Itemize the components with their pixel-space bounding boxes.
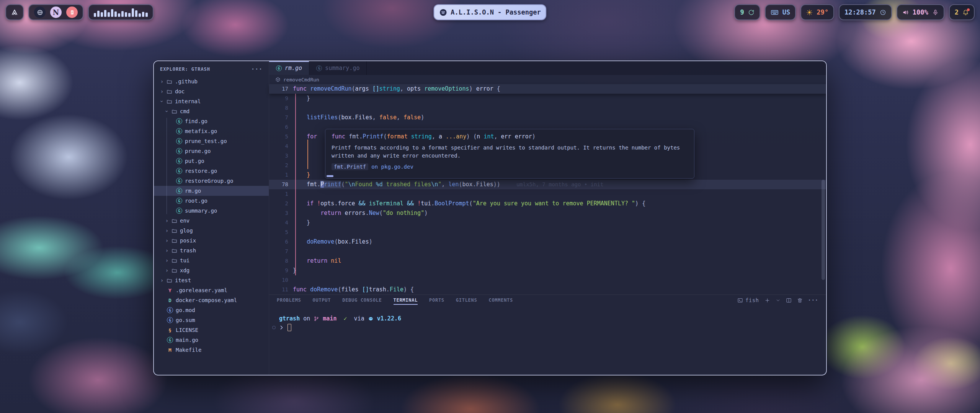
tab-rm.go[interactable]: Grm.go — [269, 61, 309, 75]
tree-item-go.mod[interactable]: Ggo.mod — [154, 305, 269, 315]
panel-tab-output[interactable]: OUTPUT — [313, 296, 331, 305]
visualizer-bar — [111, 9, 113, 17]
code-line[interactable]: 4 } — [269, 218, 826, 228]
code-token: ! — [417, 200, 421, 207]
tab-summary.go[interactable]: Gsummary.go — [309, 61, 367, 75]
code-line[interactable]: 11func doRemove(files []trash.File) { — [269, 285, 826, 294]
tree-item-.goreleaser.yaml[interactable]: Y.goreleaser.yaml — [154, 285, 269, 295]
code-token: rintf — [324, 181, 341, 188]
tree-item-trash[interactable]: ›trash — [154, 246, 269, 255]
code-token: int — [483, 133, 494, 140]
terminal-input-row[interactable] — [279, 324, 826, 331]
makefile-tools-icon: M — [167, 347, 173, 353]
new-terminal-icon[interactable] — [764, 298, 770, 303]
terminal[interactable]: gtrash on main ✓ via v1.22.6 — [269, 306, 826, 375]
tree-item-go.sum[interactable]: Ggo.sum — [154, 315, 269, 325]
code-line-current[interactable]: 78 fmt.Printf("\nFound %d trashed files\… — [269, 180, 826, 189]
tree-item-.github[interactable]: ›.github — [154, 76, 269, 86]
visualizer-bar — [104, 10, 106, 17]
explorer-more-icon[interactable]: ··· — [251, 66, 263, 73]
tree-item-restore.go[interactable]: Grestore.go — [154, 166, 269, 176]
chevron-down-icon[interactable] — [776, 298, 781, 303]
code-token: return — [307, 257, 327, 264]
code-token: BoolPrompt — [434, 200, 469, 207]
pkg-go-dev-link[interactable]: on pkg.go.dev — [371, 164, 413, 170]
breadcrumb[interactable]: removeCmdRun — [269, 75, 826, 84]
code-line[interactable]: 10 — [269, 275, 826, 285]
panel-tab-gitlens[interactable]: GITLENS — [456, 296, 477, 305]
tree-item-restoreGroup.go[interactable]: GrestoreGroup.go — [154, 176, 269, 186]
code-line[interactable]: 2 if !opts.force && isTerminal && !tui.B… — [269, 199, 826, 208]
chevron-down-icon: › — [159, 99, 165, 103]
editor-scrollbar[interactable] — [822, 180, 825, 280]
split-terminal-icon[interactable] — [786, 298, 792, 303]
tree-item-main.go[interactable]: Gmain.go — [154, 335, 269, 345]
tree-item-posix[interactable]: ›posix — [154, 236, 269, 246]
code-line[interactable]: 7 listFiles(box.Files, false, false) — [269, 113, 826, 122]
tree-item-summary.go[interactable]: Gsummary.go — [154, 206, 269, 216]
code-line[interactable]: 6 doRemove(box.Files) — [269, 237, 826, 247]
tree-item-prune_test.go[interactable]: Gprune_test.go — [154, 136, 269, 146]
tree-item-root.go[interactable]: Groot.go — [154, 196, 269, 206]
prompt-chevron-icon — [279, 325, 284, 330]
code-token: ) { — [635, 200, 645, 207]
code-line[interactable]: 1 — [269, 189, 826, 199]
tree-item-find.go[interactable]: Gfind.go — [154, 116, 269, 126]
panel-tab-debug-console[interactable]: DEBUG CONSOLE — [342, 296, 382, 305]
audio-pill[interactable]: 100% — [897, 4, 944, 20]
code-line[interactable]: 5 — [269, 228, 826, 237]
tree-item-docker-compose.yaml[interactable]: Ddocker-compose.yaml — [154, 295, 269, 305]
tree-item-internal[interactable]: ›internal — [154, 96, 269, 106]
code-line[interactable]: 8 return nil — [269, 256, 826, 266]
code-line[interactable]: 9} — [269, 266, 826, 275]
clock-icon — [880, 9, 886, 16]
shell-selector[interactable]: fish — [737, 297, 759, 303]
document-icon[interactable] — [66, 7, 78, 18]
code-line[interactable]: 8 — [269, 103, 826, 113]
line-number: 7 — [269, 247, 288, 256]
notifications-pill[interactable]: 2 — [949, 4, 975, 20]
tree-item-prune.go[interactable]: Gprune.go — [154, 146, 269, 156]
panel-tab-problems[interactable]: PROBLEMS — [277, 296, 301, 305]
tree-item-Makefile[interactable]: MMakefile — [154, 345, 269, 355]
code-line[interactable]: 3 return errors.New("do nothing") — [269, 208, 826, 218]
panel-tab-terminal[interactable]: TERMINAL — [394, 296, 418, 305]
code-token: , — [432, 133, 439, 140]
code-line[interactable]: 9 } — [269, 94, 826, 103]
tree-item-cmd[interactable]: ›cmd — [154, 106, 269, 116]
system-tray-pill: N — [28, 4, 83, 20]
tree-item-metafix.go[interactable]: Gmetafix.go — [154, 126, 269, 136]
tree-item-tui[interactable]: ›tui — [154, 255, 269, 265]
kill-terminal-icon[interactable] — [797, 298, 803, 303]
keyboard-layout-pill[interactable]: US — [765, 4, 796, 20]
now-playing-title: A.L.I.S.O.N - Passenger — [451, 8, 541, 16]
notion-icon[interactable]: N — [50, 7, 62, 18]
tree-item-xdg[interactable]: ›xdg — [154, 265, 269, 275]
tree-item-put.go[interactable]: Gput.go — [154, 156, 269, 166]
weather-pill[interactable]: 29° — [800, 4, 834, 20]
panel-more-icon[interactable]: ··· — [808, 297, 818, 303]
code-token: fmt. — [345, 133, 363, 140]
code-line[interactable]: 7 — [269, 247, 826, 256]
clock-pill[interactable]: 12:28:57 — [839, 4, 892, 20]
tree-item-rm.go[interactable]: Grm.go — [154, 186, 269, 196]
tree-item-glog[interactable]: ›glog — [154, 226, 269, 236]
globe-icon[interactable] — [34, 7, 46, 18]
tree-item-LICENSE[interactable]: §LICENSE — [154, 325, 269, 335]
tree-item-doc[interactable]: ›doc — [154, 86, 269, 96]
code-token: ! — [314, 200, 320, 207]
tree-item-env[interactable]: ›env — [154, 216, 269, 226]
tree-item-itest[interactable]: ›itest — [154, 275, 269, 285]
code-token: error — [476, 85, 497, 92]
tree-item-label: summary.go — [185, 208, 217, 214]
tooltip-doc-link[interactable]: fmt.Printfon pkg.go.dev — [332, 163, 688, 170]
updates-pill[interactable]: 9 — [734, 4, 760, 20]
panel-tab-ports[interactable]: PORTS — [429, 296, 444, 305]
panel-tab-comments[interactable]: COMMENTS — [488, 296, 513, 305]
now-playing-pill[interactable]: A.L.I.S.O.N - Passenger — [433, 4, 546, 20]
code-token: New — [369, 210, 379, 216]
vscode-window: EXPLORER: GTRASH ··· ›.github›doc›intern… — [153, 60, 827, 376]
launcher-pill[interactable] — [5, 4, 24, 20]
refresh-icon — [748, 9, 755, 16]
editor-body[interactable]: 17 func removeCmdRun(args []string, opts… — [269, 84, 826, 294]
